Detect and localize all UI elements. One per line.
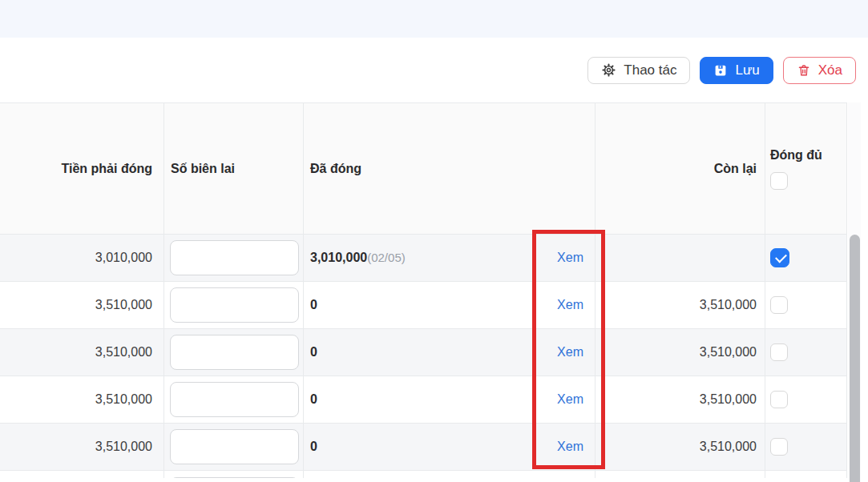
column-header-paid-full: Đóng đủ: [765, 103, 847, 234]
paid-full-checkbox[interactable]: [770, 438, 788, 456]
receipt-number-cell: [164, 282, 304, 328]
actions-button-label: Thao tác: [624, 62, 676, 78]
amount-due-cell: 3,010,000: [0, 235, 164, 281]
view-link[interactable]: Xem: [557, 440, 583, 454]
paid-full-cell: [765, 329, 847, 376]
receipt-number-cell: [164, 329, 304, 376]
amount-due-cell: 3,510,000: [0, 329, 164, 376]
top-bar: [0, 0, 868, 38]
gear-icon: [601, 62, 616, 78]
amount-due-cell: 3,510,000: [0, 424, 164, 470]
delete-button-label: Xóa: [818, 62, 842, 78]
table-row: 3,510,000 0 Xem 3,510,000: [0, 424, 847, 471]
table-row: 3,510,000 0 Xem 3,510,000: [0, 329, 847, 376]
trash-icon: [797, 63, 811, 78]
table-header-row: Tiền phải đóng Số biên lai Đã đóng Còn l…: [0, 103, 847, 235]
paid-cell: 0 Xem: [304, 424, 595, 470]
receipt-number-input[interactable]: [170, 477, 299, 478]
payments-table: Tiền phải đóng Số biên lai Đã đóng Còn l…: [0, 102, 847, 478]
paid-full-checkbox[interactable]: [770, 391, 788, 408]
select-all-checkbox[interactable]: [770, 172, 788, 190]
table-row: 3,510,000 0 Xem 3,510,000: [0, 282, 847, 329]
receipt-number-cell: [164, 471, 304, 478]
receipt-number-input[interactable]: [170, 240, 299, 275]
receipt-number-input[interactable]: [170, 287, 299, 323]
actions-button[interactable]: Thao tác: [587, 57, 690, 84]
paid-amount: 0: [310, 298, 317, 311]
paid-cell: 0 Xem: [304, 282, 595, 328]
paid-full-cell: [765, 282, 847, 328]
page: Thao tác Lưu: [0, 0, 868, 482]
delete-button[interactable]: Xóa: [783, 57, 856, 84]
receipt-number-cell: [164, 235, 304, 281]
paid-full-checkbox[interactable]: [770, 296, 788, 314]
column-header-paid: Đã đóng: [304, 103, 595, 234]
receipt-number-input[interactable]: [170, 382, 299, 417]
receipt-number-cell: [164, 376, 304, 423]
receipt-number-cell: [164, 424, 304, 470]
paid-full-cell: [765, 424, 847, 470]
remaining-cell: 3,510,000: [595, 329, 765, 376]
column-header-remaining: Còn lại: [595, 103, 765, 234]
column-header-paid-full-label: Đóng đủ: [770, 148, 822, 163]
paid-full-cell: [765, 235, 847, 281]
table-row: 3,010,000 3,010,000(02/05) Xem: [0, 235, 847, 282]
paid-cell: 3,010,000(02/05) Xem: [304, 235, 595, 281]
table-row-partial: [0, 471, 847, 478]
view-link[interactable]: Xem: [557, 251, 583, 265]
scrollbar-thumb[interactable]: [850, 235, 860, 482]
paid-amount: 3,010,000: [310, 251, 367, 264]
paid-cell: 0 Xem: [304, 329, 595, 376]
table-row: 3,510,000 0 Xem 3,510,000: [0, 376, 847, 424]
amount-due-cell: 3,510,000: [0, 376, 164, 423]
save-button[interactable]: Lưu: [700, 57, 773, 84]
paid-full-cell: [765, 376, 847, 423]
paid-cell: 0 Xem: [304, 376, 595, 423]
column-header-receipt-number: Số biên lai: [164, 103, 304, 234]
amount-due-cell: 3,510,000: [0, 282, 164, 328]
remaining-cell: 3,510,000: [595, 282, 765, 328]
paid-full-checkbox[interactable]: [770, 248, 789, 267]
paid-note: (02/05): [367, 251, 406, 264]
view-link[interactable]: Xem: [557, 392, 583, 407]
save-button-label: Lưu: [735, 62, 759, 78]
vertical-scrollbar[interactable]: [848, 102, 861, 482]
remaining-cell: 3,510,000: [595, 376, 765, 423]
column-header-amount-due: Tiền phải đóng: [0, 103, 164, 234]
paid-amount: 0: [310, 440, 317, 453]
paid-amount: 0: [310, 392, 317, 406]
toolbar: Thao tác Lưu: [0, 38, 868, 102]
remaining-cell: [595, 235, 765, 281]
paid-full-checkbox[interactable]: [770, 343, 788, 361]
save-icon: [713, 63, 728, 78]
receipt-number-input[interactable]: [170, 429, 299, 464]
view-link[interactable]: Xem: [557, 298, 583, 312]
paid-amount: 0: [310, 345, 317, 359]
view-link[interactable]: Xem: [557, 345, 583, 359]
receipt-number-input[interactable]: [170, 335, 299, 370]
remaining-cell: 3,510,000: [595, 424, 765, 470]
